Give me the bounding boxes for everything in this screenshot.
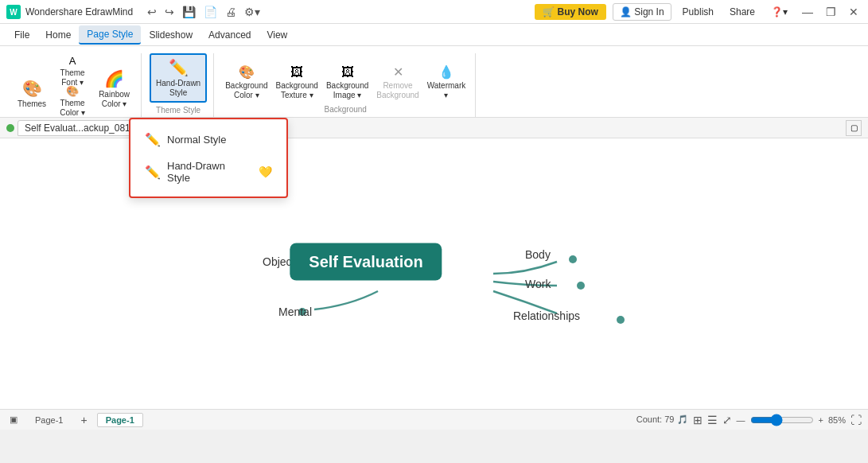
svg-point-3 <box>577 282 585 290</box>
ribbon-group-background: 🎨 Background Color ▾ 🖼 Background Textur… <box>216 53 476 117</box>
themes-icon: 🎨 <box>22 79 42 98</box>
theme-color-button[interactable]: 🎨 Theme Color ▾ <box>53 84 92 112</box>
rainbow-label: Rainbow <box>99 90 130 99</box>
bg-color-label: Background <box>225 81 267 91</box>
publish-button[interactable]: Publish <box>678 5 718 19</box>
branch-work[interactable]: Work <box>525 278 551 290</box>
sign-in-button[interactable]: 👤 Sign In <box>613 3 671 21</box>
branch-relationships[interactable]: Relationships <box>513 309 580 322</box>
remove-bg-label: Remove <box>383 81 412 91</box>
bg-image-label2: Image ▾ <box>333 91 362 100</box>
normal-style-label: Normal Style <box>167 134 226 146</box>
minimize-button[interactable]: — <box>799 4 816 20</box>
menu-file[interactable]: File <box>6 26 37 44</box>
options-button[interactable]: ⚙▾ <box>241 4 263 20</box>
zoom-slider[interactable] <box>750 414 814 426</box>
theme-style-group-label: Theme Style <box>156 106 200 118</box>
hand-drawn-icon: ✏️ <box>169 58 189 77</box>
menu-view[interactable]: View <box>259 26 295 44</box>
panel-left-button[interactable]: ▣ <box>6 413 21 426</box>
ribbon: 🎨 Themes A Theme Font ▾ 🎨 Theme Color ▾ … <box>0 46 868 118</box>
themes-label: Themes <box>18 99 46 109</box>
rainbow-color-button[interactable]: 🌈 Rainbow Color ▾ <box>94 66 134 112</box>
watermark-label2: ▾ <box>444 91 448 100</box>
bg-image-icon: 🖼 <box>341 65 354 80</box>
bg-texture-button[interactable]: 🖼 Background Texture ▾ <box>273 64 321 102</box>
restore-button[interactable]: ❐ <box>823 4 839 20</box>
count-label: Count: 79 🎵 <box>636 414 688 425</box>
file-status-indicator <box>6 124 14 132</box>
status-right: Count: 79 🎵 ⊞ ☰ ⤢ — + 85% ⛶ <box>636 414 862 426</box>
hand-drawn-style-icon: ✏️ <box>145 165 161 180</box>
svg-text:W: W <box>10 8 18 17</box>
rainbow-icon: 🌈 <box>104 69 124 88</box>
watermark-label: Watermark <box>427 81 466 91</box>
grid-view-icon[interactable]: ⊞ <box>693 414 703 426</box>
rainbow-label2: Color ▾ <box>102 99 127 109</box>
remove-bg-label2: Background <box>376 91 418 100</box>
close-button[interactable]: ✕ <box>846 4 862 20</box>
page-tab-inactive[interactable]: Page-1 <box>27 414 71 426</box>
title-bar-left: W Wondershare EdrawMind ↩ ↪ 💾 📄 🖨 ⚙▾ <box>6 4 263 20</box>
outline-view-icon[interactable]: ☰ <box>707 414 718 426</box>
menu-advanced[interactable]: Advanced <box>200 26 259 44</box>
bg-image-label: Background <box>326 81 368 91</box>
background-group-label: Background <box>325 105 367 117</box>
title-bar: W Wondershare EdrawMind ↩ ↪ 💾 📄 🖨 ⚙▾ 🛒 B… <box>0 0 868 24</box>
theme-font-button[interactable]: A Theme Font ▾ <box>53 53 92 82</box>
hand-drawn-style-option[interactable]: ✏️ Hand-Drawn Style 💛 <box>137 154 280 190</box>
zoom-plus[interactable]: + <box>819 415 823 425</box>
new-button[interactable]: 📄 <box>200 4 220 20</box>
theme-color-icon: 🎨 <box>66 85 79 97</box>
theme-color-label: Theme <box>60 99 85 108</box>
print-button[interactable]: 🖨 <box>222 4 239 20</box>
bg-color-icon: 🎨 <box>239 64 255 80</box>
hand-drawn-label2: Style <box>169 88 187 98</box>
theme-color-label2: Color ▾ <box>60 108 85 118</box>
undo-button[interactable]: ↩ <box>144 4 160 20</box>
redo-button[interactable]: ↪ <box>162 4 177 20</box>
bg-color-label2: Color ▾ <box>234 91 259 100</box>
zoom-level: 85% <box>828 415 846 425</box>
share-button[interactable]: Share <box>725 5 760 19</box>
bg-color-button[interactable]: 🎨 Background Color ▾ <box>222 63 271 102</box>
svg-point-4 <box>617 316 625 324</box>
themes-button[interactable]: 🎨 Themes <box>13 76 51 112</box>
svg-point-2 <box>569 255 577 263</box>
panel-expand-button[interactable]: ▢ <box>846 120 862 136</box>
hand-drawn-style-label: Hand-Drawn Style <box>167 160 249 184</box>
normal-style-option[interactable]: ✏️ Normal Style <box>137 126 280 154</box>
menu-page-style[interactable]: Page Style <box>79 25 141 45</box>
ribbon-group-theme: 🎨 Themes A Theme Font ▾ 🎨 Theme Color ▾ … <box>6 53 142 117</box>
add-page-button[interactable]: + <box>77 412 90 428</box>
watermark-icon: 💧 <box>438 64 454 80</box>
hand-drawn-badge: 💛 <box>259 165 272 178</box>
menu-bar: File Home Page Style Slideshow Advanced … <box>0 24 868 46</box>
page-tab-active[interactable]: Page-1 <box>97 413 143 427</box>
theme-font-icon: A <box>69 55 76 67</box>
buy-now-button[interactable]: 🛒 Buy Now <box>535 4 606 20</box>
ribbon-group-theme-style: ✏️ Hand-Drawn Style Theme Style <box>143 53 214 117</box>
menu-slideshow[interactable]: Slideshow <box>141 26 200 44</box>
status-bar: ▣ Page-1 + Page-1 Count: 79 🎵 ⊞ ☰ ⤢ — + … <box>0 409 868 430</box>
app-logo: W <box>6 5 21 19</box>
bg-texture-icon: 🖼 <box>290 65 303 80</box>
fullscreen-icon[interactable]: ⛶ <box>850 414 862 426</box>
branch-body[interactable]: Body <box>525 248 551 261</box>
menu-home[interactable]: Home <box>37 26 79 44</box>
bg-image-button[interactable]: 🖼 Background Image ▾ <box>323 64 372 102</box>
watermark-button[interactable]: 💧 Watermark ▾ <box>424 63 469 102</box>
help-button[interactable]: ❓▾ <box>766 5 792 19</box>
fit-view-icon[interactable]: ⤢ <box>722 414 732 426</box>
remove-bg-icon: ✕ <box>393 64 403 80</box>
title-bar-right: 🛒 Buy Now 👤 Sign In Publish Share ❓▾ — ❐… <box>535 3 862 21</box>
zoom-minus[interactable]: — <box>737 415 745 425</box>
central-node[interactable]: Self Evaluation <box>290 243 442 281</box>
remove-bg-button[interactable]: ✕ Remove Background <box>373 63 422 102</box>
undo-redo-group: ↩ ↪ 💾 📄 🖨 ⚙▾ <box>144 4 263 20</box>
app-name: Wondershare EdrawMind <box>25 6 133 18</box>
bg-texture-label: Background <box>276 81 318 91</box>
save-local-button[interactable]: 💾 <box>179 4 199 20</box>
hand-drawn-style-button[interactable]: ✏️ Hand-Drawn Style <box>150 53 207 103</box>
branch-mental[interactable]: Mental <box>278 305 312 318</box>
